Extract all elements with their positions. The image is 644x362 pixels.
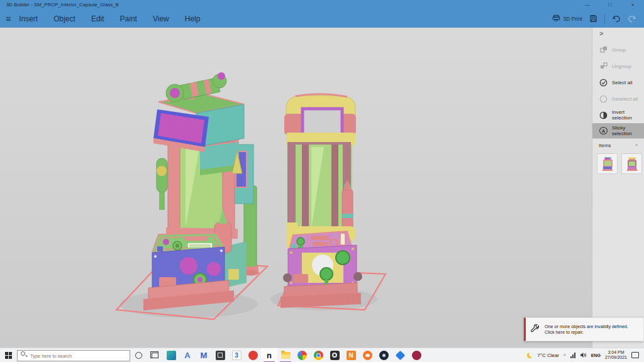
start-button[interactable] <box>0 348 16 362</box>
taskbar-app-n-active[interactable]: n <box>261 348 277 362</box>
cortana-button[interactable] <box>130 348 147 362</box>
file-explorer-icon <box>281 352 291 359</box>
task-view-button[interactable] <box>147 348 163 362</box>
redo-icon <box>628 15 636 23</box>
sticky-selection-icon: A <box>599 127 608 134</box>
maya-app-icon: M <box>199 351 209 360</box>
items-panel-header[interactable]: Items ^ <box>592 138 644 152</box>
hamburger-menu-icon[interactable]: ≡ <box>0 14 19 24</box>
system-tray: 7°C Clear ^ ENG 3:04 PM 27/09/2021 <box>527 350 644 361</box>
cortana-icon <box>135 352 142 359</box>
taskbar-app-maya[interactable]: M <box>196 348 212 362</box>
tray-time: 3:04 PM <box>608 350 624 354</box>
search-icon <box>21 351 25 356</box>
task-view-icon <box>152 353 158 358</box>
hidden-icons-chevron[interactable]: ^ <box>564 353 566 358</box>
selection-sidebar: > Group Ungroup Select all Deselect all … <box>592 28 644 348</box>
pinwheel-app-icon <box>297 351 307 360</box>
taskbar-app-obs[interactable] <box>326 348 343 362</box>
sidebar-tool-select-all[interactable]: Select all <box>592 74 644 90</box>
network-icon[interactable] <box>570 353 575 358</box>
menu-paint[interactable]: Paint <box>120 14 137 23</box>
chrome-icon <box>314 351 323 360</box>
volume-icon[interactable] <box>580 352 587 358</box>
obs-icon <box>330 351 340 360</box>
sidebar-tool-ungroup: Ungroup <box>592 58 644 74</box>
model-capsule-machine-right[interactable] <box>280 94 362 308</box>
menu-help[interactable]: Help <box>185 14 201 23</box>
blue-diamond-app-icon <box>395 350 405 360</box>
steam-icon <box>379 351 389 360</box>
weather-label[interactable]: 7°C Clear <box>537 353 559 358</box>
window-title: 3D Builder - SM_PROP_Interior_Capsule_Gl… <box>0 2 576 8</box>
maximize-button[interactable]: □ <box>599 0 621 9</box>
maroon-circle-app-icon <box>412 351 421 360</box>
taskbar-app-nitro[interactable]: N <box>343 348 359 362</box>
viewport-3d-canvas[interactable] <box>0 28 592 348</box>
3d-print-label: 3D Print <box>563 16 582 22</box>
select-all-icon <box>599 79 608 87</box>
taskbar-app-dark-utility[interactable] <box>212 348 228 362</box>
3d-modeling-app-icon <box>167 351 176 360</box>
tray-date: 27/09/2021 <box>605 355 627 359</box>
taskbar-app-red-dot[interactable] <box>245 348 261 362</box>
nitro-app-icon: N <box>347 351 356 360</box>
clock[interactable]: 3:04 PM 27/09/2021 <box>605 350 627 361</box>
group-icon <box>599 46 608 54</box>
taskbar-app-autodesk[interactable]: A <box>179 348 196 362</box>
taskbar-app-maroon[interactable] <box>408 348 425 362</box>
sidebar-collapse-icon[interactable]: > <box>599 30 603 37</box>
taskbar-search-input[interactable] <box>17 350 130 361</box>
action-center-icon[interactable] <box>631 352 639 358</box>
menu-object[interactable]: Object <box>53 14 75 23</box>
undo-icon[interactable] <box>612 15 621 23</box>
taskbar-app-steam[interactable] <box>375 348 392 362</box>
red-dot-app-icon <box>248 351 258 360</box>
taskbar-app-diamond[interactable] <box>392 348 408 362</box>
menu-divider <box>604 14 605 23</box>
taskbar: A M 3 n N 7°C Clear ^ ENG 3:04 PM 27/09/… <box>0 348 644 362</box>
notification-line1: One or more objects are invalidly define… <box>545 324 628 329</box>
minimize-button[interactable]: — <box>576 0 599 9</box>
autodesk-app-icon: A <box>183 351 192 360</box>
three-app-icon: 3 <box>232 351 242 360</box>
menu-view[interactable]: View <box>153 14 169 23</box>
taskbar-app-pinwheel[interactable] <box>294 348 310 362</box>
deselect-all-icon <box>599 95 608 103</box>
items-collapse-icon[interactable]: ^ <box>635 143 638 148</box>
n-app-icon: n <box>265 351 274 360</box>
items-thumbnails <box>597 153 642 174</box>
taskbar-app-blender[interactable] <box>359 348 375 362</box>
invert-selection-icon <box>599 111 608 119</box>
taskbar-app-three[interactable]: 3 <box>228 348 245 362</box>
taskbar-app-file-explorer[interactable] <box>277 348 294 362</box>
weather-moon-icon <box>527 353 533 358</box>
notification-line2[interactable]: Click here to repair. <box>545 329 584 335</box>
close-button[interactable]: × <box>621 0 644 9</box>
model-capsule-machine-left[interactable] <box>143 72 259 310</box>
3d-print-icon <box>552 14 560 23</box>
menu-insert[interactable]: Insert <box>19 14 38 23</box>
menu-edit[interactable]: Edit <box>91 14 104 23</box>
save-icon[interactable] <box>589 14 597 23</box>
sidebar-tool-deselect-all: Deselect all <box>592 90 644 107</box>
taskbar-app-chrome[interactable] <box>310 348 326 362</box>
dark-utility-app-icon <box>216 351 225 360</box>
3d-print-button[interactable]: 3D Print <box>552 14 582 23</box>
sidebar-tool-sticky-selection[interactable]: A Sticky selection <box>592 123 644 138</box>
item-thumbnail-machine-b[interactable] <box>621 153 642 174</box>
repair-notification[interactable]: One or more objects are invalidly define… <box>524 317 644 341</box>
language-indicator[interactable]: ENG <box>591 353 601 358</box>
sidebar-tool-invert-selection[interactable]: Invert selection <box>592 107 644 123</box>
wrench-icon <box>526 324 545 334</box>
item-thumbnail-machine-a[interactable] <box>597 153 618 174</box>
scene-3d[interactable] <box>0 28 592 348</box>
taskbar-app-3d-modeling[interactable] <box>163 348 179 362</box>
windows-logo-icon <box>5 352 12 359</box>
blender-icon <box>363 351 372 360</box>
ungroup-icon <box>599 62 608 70</box>
menu-bar: ≡ Insert Object Edit Paint View Help 3D … <box>0 9 644 28</box>
title-bar: 3D Builder - SM_PROP_Interior_Capsule_Gl… <box>0 0 644 9</box>
sidebar-tool-group: Group <box>592 41 644 58</box>
